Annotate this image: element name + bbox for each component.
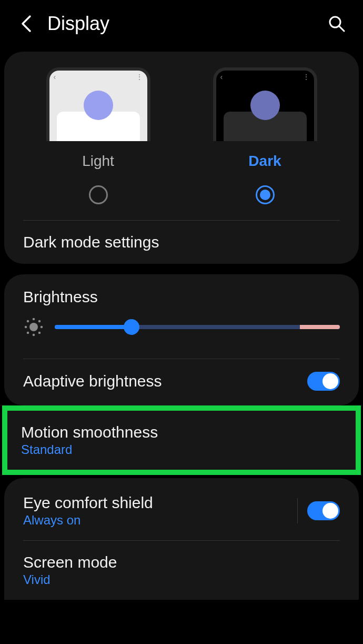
dark-mode-settings-label: Dark mode settings bbox=[23, 233, 340, 251]
svg-point-6 bbox=[41, 326, 43, 328]
theme-option-dark[interactable]: ‹⋮ Dark bbox=[213, 67, 317, 215]
header: Display bbox=[0, 0, 363, 47]
theme-preview-dark: ‹⋮ bbox=[213, 67, 317, 141]
motion-smoothness-row[interactable]: Motion smoothness Standard bbox=[7, 413, 356, 468]
svg-point-2 bbox=[29, 323, 38, 331]
brightness-title: Brightness bbox=[4, 274, 359, 311]
toggle-separator bbox=[297, 498, 298, 523]
motion-smoothness-value: Standard bbox=[21, 442, 342, 457]
adaptive-brightness-label: Adaptive brightness bbox=[23, 372, 307, 390]
screen-mode-value: Vivid bbox=[23, 572, 340, 587]
radio-light[interactable] bbox=[89, 185, 108, 204]
eye-comfort-row[interactable]: Eye comfort shield Always on bbox=[4, 481, 359, 540]
svg-point-10 bbox=[39, 332, 41, 334]
theme-options-row: ‹⋮ Light ‹⋮ Dark bbox=[4, 52, 359, 220]
adaptive-brightness-toggle[interactable] bbox=[307, 372, 340, 391]
adaptive-brightness-row[interactable]: Adaptive brightness bbox=[4, 359, 359, 403]
back-button[interactable] bbox=[16, 13, 37, 34]
theme-card: ‹⋮ Light ‹⋮ Dark Dark mode settings bbox=[4, 52, 359, 264]
page-title: Display bbox=[47, 13, 109, 35]
svg-point-5 bbox=[25, 326, 27, 328]
search-button[interactable] bbox=[326, 13, 347, 34]
brightness-slider-thumb[interactable] bbox=[124, 319, 139, 335]
search-icon bbox=[328, 15, 346, 33]
eye-comfort-value: Always on bbox=[23, 513, 297, 528]
sun-icon bbox=[23, 316, 44, 338]
brightness-slider-warn bbox=[300, 325, 340, 329]
theme-option-light[interactable]: ‹⋮ Light bbox=[46, 67, 150, 215]
eye-comfort-label: Eye comfort shield bbox=[23, 494, 297, 512]
motion-smoothness-label: Motion smoothness bbox=[21, 423, 342, 441]
svg-line-1 bbox=[339, 26, 344, 31]
display-extra-card: Eye comfort shield Always on Screen mode… bbox=[4, 478, 359, 600]
svg-point-8 bbox=[39, 321, 41, 322]
radio-dark[interactable] bbox=[256, 185, 275, 204]
screen-mode-row[interactable]: Screen mode Vivid bbox=[4, 541, 359, 600]
svg-point-7 bbox=[27, 321, 29, 322]
svg-point-9 bbox=[27, 332, 29, 334]
theme-label-dark: Dark bbox=[248, 153, 281, 170]
eye-comfort-toggle[interactable] bbox=[307, 501, 340, 520]
back-icon bbox=[21, 15, 32, 33]
svg-point-3 bbox=[33, 319, 35, 320]
screen-mode-label: Screen mode bbox=[23, 553, 340, 571]
brightness-card: Brightness bbox=[4, 274, 359, 405]
dark-mode-settings-row[interactable]: Dark mode settings bbox=[4, 221, 359, 264]
brightness-slider[interactable] bbox=[55, 325, 340, 329]
theme-label-light: Light bbox=[82, 153, 114, 170]
motion-smoothness-highlight: Motion smoothness Standard bbox=[2, 405, 361, 475]
brightness-slider-fill bbox=[55, 325, 132, 329]
svg-point-4 bbox=[33, 334, 35, 336]
theme-preview-light: ‹⋮ bbox=[46, 67, 150, 141]
brightness-slider-row bbox=[4, 311, 359, 359]
